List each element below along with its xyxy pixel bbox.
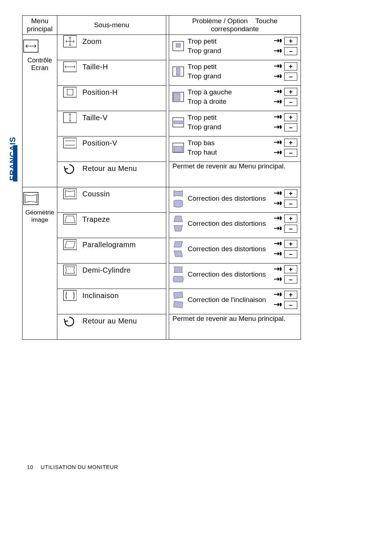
problem-cell: Trop petit Trop grand + – bbox=[169, 35, 301, 60]
problem-cell: Trop bas Trop haut + – bbox=[169, 136, 301, 162]
main-menu-cell-1: Contrôle Ecran bbox=[23, 35, 57, 187]
return-icon bbox=[62, 162, 77, 175]
submenu-cell: Trapeze bbox=[57, 213, 166, 238]
hand-icon bbox=[273, 114, 282, 121]
return-icon bbox=[62, 315, 77, 327]
position-v-icon bbox=[62, 137, 77, 149]
minus-key: – bbox=[284, 98, 297, 106]
table-row: Retour au Menu Permet de revenir au Menu… bbox=[23, 162, 301, 187]
minus-key: – bbox=[284, 225, 297, 233]
submenu-label: Zoom bbox=[82, 37, 102, 46]
hand-icon bbox=[273, 215, 282, 222]
submenu-cell: Retour au Menu bbox=[57, 162, 166, 187]
page-number: 10 bbox=[27, 464, 33, 470]
problem-desc: Correction des distortions bbox=[188, 244, 270, 254]
problem-cell: Correction des distortions + – bbox=[169, 238, 301, 264]
zoom-problem-icons bbox=[172, 41, 184, 51]
svg-rect-36 bbox=[173, 292, 183, 298]
problem-desc: Correction des distortions bbox=[188, 270, 270, 279]
problem-text: Trop petit bbox=[188, 37, 270, 46]
problem-text: Trop grand bbox=[188, 72, 270, 81]
problem-cell: Correction des distortions + – bbox=[169, 264, 301, 289]
problem-desc: Permet de revenir au Menu principal. bbox=[172, 162, 286, 170]
svg-rect-12 bbox=[67, 89, 73, 95]
language-tab-label: FRANCAIS bbox=[8, 136, 17, 181]
table-row: Parallelogramm Correction des distortion… bbox=[23, 238, 301, 264]
svg-rect-10 bbox=[176, 68, 180, 75]
svg-rect-14 bbox=[173, 93, 180, 101]
svg-rect-6 bbox=[176, 44, 180, 47]
svg-marker-32 bbox=[174, 241, 183, 247]
submenu-cell: Taille-H bbox=[57, 60, 166, 86]
submenu-cell: Zoom bbox=[57, 35, 166, 60]
minus-key: – bbox=[284, 73, 297, 81]
hand-icon bbox=[273, 225, 282, 232]
problem-text: Trop haut bbox=[188, 148, 270, 157]
plus-key: + bbox=[284, 37, 297, 45]
submenu-label: Retour au Menu bbox=[82, 317, 137, 325]
problem-desc: Permet de revenir au Menu principal. bbox=[172, 315, 286, 323]
problem-desc: Correction des distortions bbox=[188, 194, 270, 203]
main-menu-label-2: Géométrie image bbox=[23, 209, 57, 224]
table-row: Inclinaison Correction de l'inclinaison … bbox=[23, 289, 301, 314]
header-main: Menu principal bbox=[23, 16, 57, 35]
problem-cell: Correction des distortions + – bbox=[169, 187, 301, 213]
submenu-cell: Inclinaison bbox=[57, 289, 166, 314]
position-h-icon bbox=[62, 86, 77, 98]
problem-text: Trop bas bbox=[188, 138, 270, 148]
separator-cell bbox=[166, 187, 169, 340]
plus-key: + bbox=[284, 113, 297, 121]
problem-desc: Correction des distortions bbox=[188, 219, 270, 228]
hand-icon bbox=[273, 63, 282, 70]
problem-text: Trop petit bbox=[188, 62, 270, 72]
svg-rect-19 bbox=[64, 138, 77, 148]
position-h-problem-icons bbox=[172, 92, 184, 102]
minus-key: – bbox=[284, 276, 297, 283]
trapeze-icon bbox=[62, 213, 77, 225]
plus-key: + bbox=[284, 265, 297, 273]
minus-key: – bbox=[284, 200, 297, 208]
submenu-cell: Retour au Menu bbox=[57, 314, 166, 340]
problem-cell: Trop petit Trop grand + – bbox=[169, 60, 301, 86]
parallelogramm-icon bbox=[62, 238, 77, 251]
plus-key: + bbox=[284, 240, 297, 248]
minus-key: – bbox=[284, 149, 297, 157]
problem-cell: Correction de l'inclinaison + – bbox=[169, 289, 301, 314]
table-row: Taille-V Trop petit Trop grand + – bbox=[23, 111, 301, 136]
problem-cell: Permet de revenir au Menu principal. bbox=[169, 314, 301, 340]
problem-text: Trop à gauche bbox=[188, 87, 270, 97]
taille-v-icon bbox=[62, 111, 77, 124]
problem-cell: Trop petit Trop grand + – bbox=[169, 111, 301, 136]
svg-marker-33 bbox=[174, 251, 183, 257]
minus-key: – bbox=[284, 250, 297, 258]
hand-icon bbox=[273, 124, 282, 131]
submenu-label: Coussin bbox=[82, 190, 110, 198]
problem-desc: Correction de l'inclinaison bbox=[188, 295, 270, 305]
coussin-problem-icons bbox=[172, 189, 184, 208]
footer-title: UTILISATION DU MONITEUR bbox=[41, 464, 118, 470]
svg-rect-26 bbox=[64, 214, 77, 224]
submenu-label: Position-V bbox=[82, 139, 117, 147]
header-row: Menu principal Sous-menu Problème / Opti… bbox=[23, 16, 301, 35]
hand-icon bbox=[273, 200, 282, 207]
header-problem: Problème / Option Touche correspondante bbox=[169, 16, 301, 35]
problem-cell: Trop à gauche Trop à droite + – bbox=[169, 86, 301, 111]
table-row: Taille-H Trop petit Trop grand + – bbox=[23, 60, 301, 86]
hand-icon bbox=[273, 251, 282, 257]
submenu-label: Trapeze bbox=[82, 215, 110, 224]
hand-icon bbox=[273, 99, 282, 105]
problem-text: Trop à droite bbox=[188, 97, 270, 106]
header-separator bbox=[166, 16, 169, 35]
hand-icon bbox=[273, 266, 282, 273]
submenu-label: Demi-Cylindre bbox=[82, 266, 131, 274]
hand-icon bbox=[273, 190, 282, 197]
submenu-cell: Parallelogramm bbox=[57, 238, 166, 264]
svg-rect-11 bbox=[64, 87, 77, 97]
svg-rect-30 bbox=[64, 240, 77, 250]
submenu-cell: Position-V bbox=[57, 136, 166, 162]
svg-rect-34 bbox=[64, 265, 77, 275]
submenu-cell: Position-H bbox=[57, 86, 166, 111]
main-menu-label-1: Contrôle Ecran bbox=[23, 57, 57, 72]
hand-icon bbox=[273, 302, 282, 308]
table-row: Retour au Menu Permet de revenir au Menu… bbox=[23, 314, 301, 340]
